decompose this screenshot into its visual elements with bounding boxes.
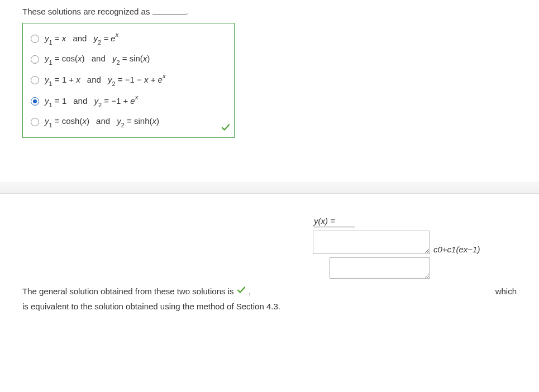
answer-input-2[interactable]	[330, 257, 430, 279]
yx-equals-label: y(x) =	[313, 216, 355, 227]
answer-block: y(x) = c0+c1(ex−1)	[313, 216, 517, 279]
option-label: y1 = 1 + x and y2 = −1 − x + ex	[45, 74, 165, 86]
inline-check-icon	[236, 285, 246, 299]
radio-icon[interactable]	[31, 97, 39, 106]
question-prompt: These solutions are recognized as .	[22, 7, 517, 16]
option-label: y1 = x and y2 = ex	[45, 32, 118, 45]
option-label: y1 = cosh(x) and y2 = sinh(x)	[45, 116, 159, 127]
section-separator	[0, 183, 539, 194]
radio-icon[interactable]	[31, 35, 39, 43]
options-box: y1 = x and y2 = ex y1 = cos(x) and y2 = …	[22, 23, 235, 138]
final-text-line2: is equivalent to the solution obtained u…	[22, 302, 280, 311]
fill-blank	[152, 7, 186, 15]
option-2[interactable]: y1 = cos(x) and y2 = sin(x)	[28, 49, 226, 69]
radio-icon[interactable]	[31, 55, 39, 64]
final-text-before: The general solution obtained from these…	[22, 286, 236, 296]
correct-check-icon	[221, 122, 231, 134]
final-which: which	[495, 284, 517, 299]
option-1[interactable]: y1 = x and y2 = ex	[28, 28, 226, 49]
expected-answer-text: c0+c1(ex−1)	[433, 245, 480, 254]
radio-icon[interactable]	[31, 118, 39, 126]
final-comma: ,	[249, 286, 251, 296]
final-sentence: The general solution obtained from these…	[22, 284, 517, 313]
option-label: y1 = 1 and y2 = −1 + ex	[45, 95, 138, 107]
prompt-prefix: These solutions are recognized as	[22, 7, 152, 16]
answer-input-1[interactable]	[313, 231, 430, 254]
radio-icon[interactable]	[31, 76, 39, 84]
option-5[interactable]: y1 = cosh(x) and y2 = sinh(x)	[28, 112, 226, 132]
prompt-suffix: .	[186, 7, 188, 16]
option-4[interactable]: y1 = 1 and y2 = −1 + ex	[28, 90, 226, 112]
option-label: y1 = cos(x) and y2 = sin(x)	[45, 54, 150, 65]
option-3[interactable]: y1 = 1 + x and y2 = −1 − x + ex	[28, 69, 226, 90]
